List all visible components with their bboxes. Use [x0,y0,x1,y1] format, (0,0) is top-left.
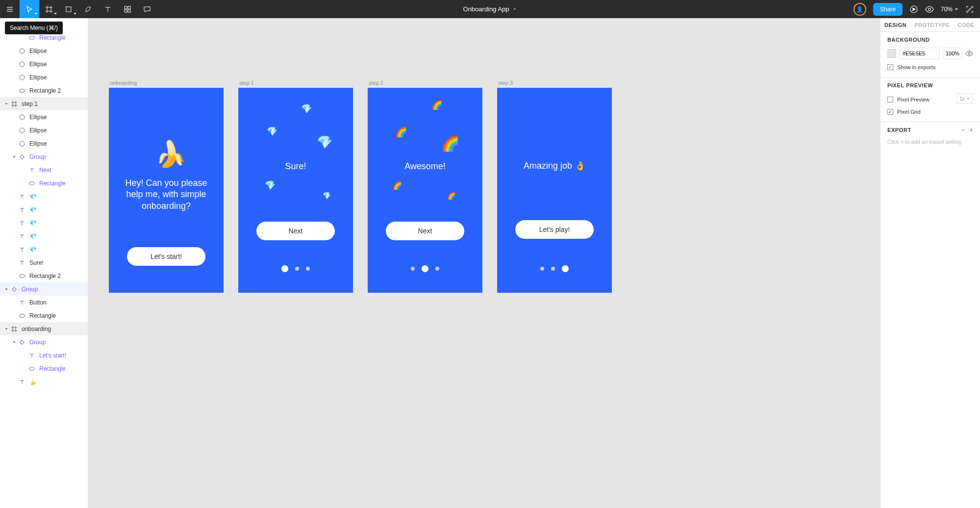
layer-row[interactable]: 💎 [0,243,88,256]
expand-chevron-icon [12,234,17,239]
layer-row[interactable]: 🍌 [0,375,88,388]
frame-label[interactable]: step 3 [497,80,612,86]
tab-code[interactable]: CODE [957,22,974,28]
expand-panel-button[interactable] [965,5,974,14]
layer-row[interactable]: 💎 [0,216,88,229]
show-in-exports-label: Show in exports [897,64,935,70]
svg-point-60 [968,52,970,54]
frame-tool[interactable] [39,0,59,18]
pen-tool[interactable] [78,0,98,18]
rectangle-icon [19,312,25,319]
move-tool[interactable] [20,0,39,18]
layer-row[interactable]: Rectangle 2 [0,269,88,282]
ellipse-icon [19,48,25,54]
visibility-toggle[interactable] [965,50,973,57]
frame-cta-button: Let's start! [127,247,205,266]
hex-input[interactable] [899,48,940,59]
text-tool[interactable] [98,0,118,18]
layer-row[interactable]: 💎 [0,190,88,203]
frame-cta-button: Next [256,222,335,240]
pixel-grid-row[interactable]: Pixel Grid [887,109,973,115]
chevron-down-icon [955,7,958,11]
expand-chevron-icon [12,207,17,212]
layer-row[interactable]: Ellipse [0,137,88,150]
layer-row[interactable]: Ellipse [0,124,88,137]
document-title-area[interactable]: Onboarding App [463,5,517,13]
layer-label: Ellipse [29,48,47,54]
shape-tool[interactable] [59,0,78,18]
decor-emoji: 🍌 [155,139,187,169]
ellipse-icon [19,61,25,68]
layer-label: Button [29,299,47,306]
layer-row[interactable]: Ellipse [0,71,88,84]
ellipse-icon [19,114,25,121]
decor-emoji: 🌈 [447,192,455,200]
layer-row[interactable]: 💎 [0,203,88,216]
expand-chevron-icon [12,300,17,305]
expand-chevron-icon [22,181,26,186]
view-settings-button[interactable] [925,5,934,14]
frame-cta-button: Let's play! [515,220,594,239]
layer-row[interactable]: Group [0,282,88,296]
frame[interactable]: 🌈🌈🌈🌈🌈Awesome!Next [368,88,482,293]
frame[interactable]: 💎💎💎💎💎Sure!Next [238,88,353,293]
decor-emoji: 💎 [323,192,331,200]
avatar[interactable]: 👤 [854,3,866,16]
decor-emoji: 💎 [317,135,332,150]
layer-label: step 1 [22,101,38,107]
menu-button[interactable] [0,0,20,18]
layer-row[interactable]: Rectangle [0,309,88,322]
layers-panel: RectangleEllipseEllipseEllipseRectangle … [0,18,88,508]
frame[interactable]: 🍌Hey! Can you please help me, with simpl… [109,88,224,293]
layer-label: Rectangle [39,365,66,372]
tab-prototype[interactable]: PROTOTYPE [914,22,950,28]
expand-chevron-icon [12,340,17,345]
layer-row[interactable]: Rectangle 2 [0,84,88,97]
layer-row[interactable]: Sure! [0,256,88,269]
layer-label: Group [29,153,46,160]
pixel-multiplier-select[interactable]: 1x [956,93,973,104]
export-plus-button[interactable]: + [970,127,973,133]
decor-emoji: 🌈 [392,181,402,190]
layer-label: Rectangle [39,180,66,187]
present-button[interactable] [909,5,918,14]
ellipse-icon [19,127,25,134]
comment-tool[interactable] [137,0,157,18]
share-button[interactable]: Share [873,3,903,16]
frame[interactable]: Amazing job 👌Let's play! [497,88,612,293]
svg-point-27 [20,128,25,133]
layer-row[interactable]: Button [0,296,88,309]
layer-label: Rectangle [29,312,56,319]
text-icon [19,299,25,306]
layer-row[interactable]: 💎 [0,229,88,243]
checkbox-checked-icon [887,64,893,70]
zoom-control[interactable]: 70% [941,6,958,13]
layer-row[interactable]: Ellipse [0,57,88,71]
layer-row[interactable]: Ellipse [0,110,88,124]
frame-label[interactable]: step 2 [368,80,482,86]
opacity-input[interactable] [943,48,962,59]
layer-row[interactable]: step 1 [0,97,88,110]
pixel-preview-row[interactable]: Pixel Preview [887,97,930,102]
frame-label[interactable]: step 1 [238,80,353,86]
tab-design[interactable]: DESIGN [884,22,906,28]
frame-label[interactable]: onboarding [109,80,224,86]
layer-row[interactable]: Group [0,335,88,349]
layer-row[interactable]: Let's start! [0,349,88,362]
pagination-dot [295,267,299,271]
components-tool[interactable] [118,0,137,18]
layer-label: Rectangle [39,34,66,41]
show-in-exports-row[interactable]: Show in exports [887,64,973,70]
export-minus-button[interactable]: − [961,127,965,133]
layer-row[interactable]: Rectangle [0,362,88,375]
layer-row[interactable]: Next [0,163,88,177]
layer-row[interactable]: Group [0,150,88,163]
layer-row[interactable]: Rectangle [0,177,88,190]
expand-chevron-icon [22,168,26,173]
layer-row[interactable]: Ellipse [0,44,88,57]
canvas[interactable]: onboarding🍌Hey! Can you please help me, … [88,18,880,508]
expand-chevron-icon [12,49,17,53]
decor-emoji: 🌈 [431,100,442,110]
layer-row[interactable]: onboarding [0,322,88,335]
color-swatch[interactable] [887,49,896,58]
